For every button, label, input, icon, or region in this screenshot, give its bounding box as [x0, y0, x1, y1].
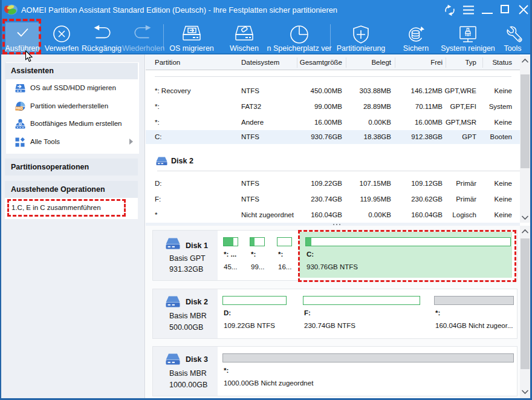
svg-text:PRO: PRO	[16, 107, 24, 110]
